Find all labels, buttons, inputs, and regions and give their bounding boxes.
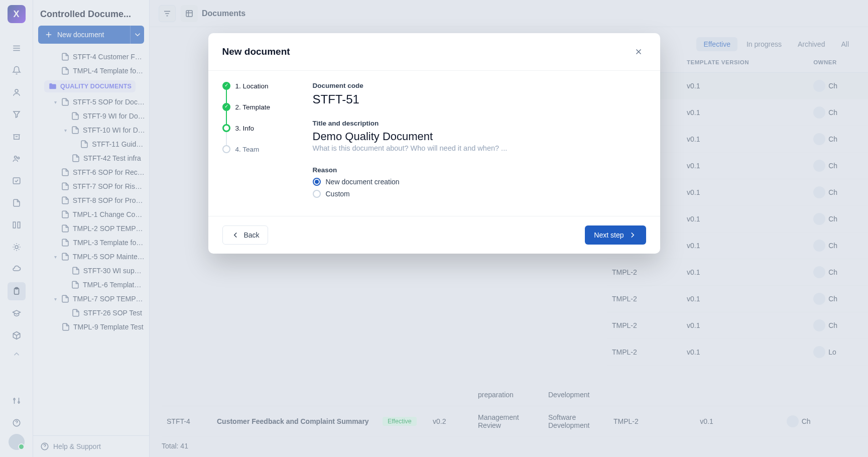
modal-overlay: New document 1. Location2. Template3. In… <box>0 0 868 457</box>
reason-option-new[interactable]: New document creation <box>313 178 646 186</box>
new-document-modal: New document 1. Location2. Template3. In… <box>208 33 660 254</box>
document-code-label: Document code <box>313 82 646 89</box>
modal-title: New document <box>222 46 290 57</box>
next-step-button[interactable]: Next step <box>585 225 646 245</box>
document-code-value: STFT-51 <box>313 92 646 106</box>
form-column: Document code STFT-51 Title and descript… <box>313 82 646 202</box>
title-desc-label: Title and description <box>313 120 646 127</box>
reason-label: Reason <box>313 166 646 174</box>
close-button[interactable] <box>631 44 646 59</box>
wizard-step-4[interactable]: 4. Team <box>222 145 293 153</box>
wizard-stepper: 1. Location2. Template3. Info4. Team <box>222 82 293 202</box>
description-placeholder[interactable]: What is this document about? Who will ne… <box>313 144 646 152</box>
back-button[interactable]: Back <box>222 225 268 245</box>
wizard-step-2[interactable]: 2. Template <box>222 103 293 124</box>
wizard-step-3[interactable]: 3. Info <box>222 124 293 145</box>
document-title-input[interactable] <box>313 130 646 143</box>
reason-option-custom[interactable]: Custom <box>313 190 646 198</box>
radio-icon <box>313 190 321 198</box>
radio-icon <box>313 178 321 186</box>
wizard-step-1[interactable]: 1. Location <box>222 82 293 103</box>
